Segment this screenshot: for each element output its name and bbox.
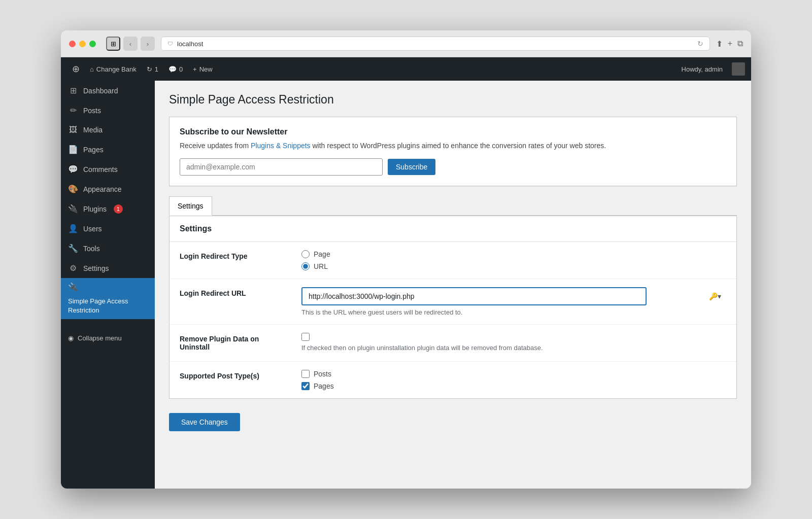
settings-heading: Settings	[170, 216, 736, 242]
sidebar-item-comments[interactable]: 💬 Comments	[61, 159, 155, 179]
dashboard-icon: ⊞	[68, 86, 78, 95]
radio-url-label: URL	[314, 262, 328, 270]
newsletter-desc-suffix: with respect to WordPress plugins aimed …	[311, 142, 606, 150]
save-changes-button[interactable]: Save Changes	[169, 413, 240, 431]
howdy-text: Howdy, admin	[676, 65, 728, 73]
back-button[interactable]: ‹	[123, 37, 138, 51]
table-row: Remove Plugin Data on Uninstall If check…	[170, 325, 736, 362]
newsletter-link[interactable]: Plugins & Snippets	[251, 142, 311, 150]
radio-url[interactable]	[301, 262, 310, 270]
collapse-icon: ◉	[68, 334, 74, 342]
sidebar-item-settings[interactable]: ⚙ Settings	[61, 258, 155, 278]
newsletter-card: Subscribe to our Newsletter Receive upda…	[169, 117, 737, 186]
minimize-button[interactable]	[79, 41, 86, 47]
url-bar[interactable]: 🛡 localhost ↻	[161, 37, 710, 51]
admin-bar-site[interactable]: ⌂ Change Bank	[85, 57, 142, 81]
redirect-url-help: This is the URL where guest users will b…	[301, 308, 726, 316]
traffic-lights	[69, 41, 96, 47]
checkbox-pages[interactable]	[301, 382, 310, 390]
browser-navigation: ⊞ ‹ ›	[106, 37, 155, 51]
post-types-checkbox-group: Posts Pages	[301, 370, 726, 390]
sidebar-item-pages[interactable]: 📄 Pages	[61, 140, 155, 159]
admin-bar: ⊕ ⌂ Change Bank ↻ 1 💬 0 + New Howdy, adm…	[61, 57, 751, 81]
admin-avatar[interactable]	[732, 62, 745, 76]
comments-menu-icon: 💬	[68, 164, 78, 174]
checkbox-posts[interactable]	[301, 370, 310, 378]
table-row: Login Redirect Type Page	[170, 242, 736, 279]
sidebar-label-appearance: Appearance	[83, 185, 122, 193]
table-row: Login Redirect URL 🔑▾ This is the URL wh…	[170, 279, 736, 325]
new-tab-icon[interactable]: +	[728, 39, 732, 48]
sidebar-label-media: Media	[83, 126, 103, 134]
newsletter-form: Subscribe	[180, 158, 726, 176]
sidebar-item-dashboard[interactable]: ⊞ Dashboard	[61, 81, 155, 100]
sidebar-item-posts[interactable]: ✏ Posts	[61, 100, 155, 120]
checkbox-pages-option[interactable]: Pages	[301, 382, 726, 390]
security-icon: 🛡	[167, 41, 173, 47]
redirect-url-input[interactable]	[301, 287, 647, 305]
collapse-menu[interactable]: ◉ Collapse menu	[61, 329, 155, 347]
close-button[interactable]	[69, 41, 76, 47]
settings-table: Login Redirect Type Page	[170, 242, 736, 398]
supported-post-types-control: Posts Pages	[291, 362, 736, 399]
remove-plugin-data-checkbox-option[interactable]	[301, 333, 726, 341]
sidebar-label-plugins: Plugins	[83, 205, 107, 213]
settings-section: Settings Settings Login Redirect Type	[169, 196, 737, 399]
pages-icon: 📄	[68, 145, 78, 154]
sidebar-label-settings: Settings	[83, 264, 109, 272]
sidebar-item-tools[interactable]: 🔧 Tools	[61, 238, 155, 258]
updates-count: 1	[155, 65, 158, 73]
radio-url-option[interactable]: URL	[301, 262, 726, 270]
sidebar-item-users[interactable]: 👤 Users	[61, 219, 155, 238]
tabs-bar: Settings	[169, 196, 737, 216]
radio-page-option[interactable]: Page	[301, 250, 726, 258]
home-icon: ⌂	[90, 65, 94, 73]
admin-bar-new[interactable]: + New	[188, 57, 218, 81]
forward-button[interactable]: ›	[141, 37, 155, 51]
maximize-button[interactable]	[89, 41, 96, 47]
tools-icon: 🔧	[68, 244, 78, 253]
tabs-icon[interactable]: ⧉	[737, 39, 743, 48]
sidebar-label-restriction: Simple Page Access Restriction	[68, 297, 148, 315]
newsletter-title: Subscribe to our Newsletter	[180, 127, 726, 136]
subscribe-button[interactable]: Subscribe	[388, 159, 435, 175]
wp-logo[interactable]: ⊕	[67, 63, 85, 75]
settings-icon: ⚙	[68, 263, 78, 273]
refresh-icon[interactable]: ↻	[697, 40, 703, 48]
collapse-label: Collapse menu	[78, 334, 122, 342]
users-icon: 👤	[68, 224, 78, 233]
sidebar-item-appearance[interactable]: 🎨 Appearance	[61, 179, 155, 199]
plugin-restriction-icon: 🔌	[68, 282, 78, 292]
save-section: Save Changes	[169, 409, 737, 431]
admin-bar-updates[interactable]: ↻ 1	[142, 57, 163, 81]
plus-icon: +	[193, 65, 197, 73]
table-row: Supported Post Type(s) Posts	[170, 362, 736, 399]
sidebar-toggle-button[interactable]: ⊞	[106, 37, 120, 51]
sidebar-item-media[interactable]: 🖼 Media	[61, 120, 155, 140]
checkbox-posts-option[interactable]: Posts	[301, 370, 726, 378]
sidebar-label-dashboard: Dashboard	[83, 87, 118, 95]
sidebar-item-simple-page-access-restriction[interactable]: 🔌 Simple Page Access Restriction	[61, 278, 155, 319]
appearance-icon: 🎨	[68, 184, 78, 194]
email-input[interactable]	[180, 158, 383, 176]
url-input-wrapper: 🔑▾	[301, 287, 726, 305]
settings-card: Settings Login Redirect Type	[169, 216, 737, 399]
remove-plugin-data-checkbox[interactable]	[301, 333, 310, 341]
login-redirect-url-control: 🔑▾ This is the URL where guest users wil…	[291, 279, 736, 325]
newsletter-description: Receive updates from Plugins & Snippets …	[180, 141, 726, 151]
admin-bar-comments[interactable]: 💬 0	[163, 57, 188, 81]
admin-bar-right: Howdy, admin	[676, 62, 745, 76]
sidebar-label-posts: Posts	[83, 107, 101, 115]
checkbox-pages-label: Pages	[314, 382, 334, 390]
sidebar: ⊞ Dashboard ✏ Posts 🖼 Media 📄 Pages 💬	[61, 81, 155, 489]
radio-page-label: Page	[314, 250, 330, 258]
sidebar-label-tools: Tools	[83, 245, 100, 253]
login-redirect-type-control: Page URL	[291, 242, 736, 279]
sidebar-item-plugins[interactable]: 🔌 Plugins 1	[61, 199, 155, 219]
share-icon[interactable]: ⬆	[716, 39, 723, 49]
tab-settings[interactable]: Settings	[169, 196, 212, 216]
redirect-type-radio-group: Page URL	[301, 250, 726, 270]
login-redirect-url-label: Login Redirect URL	[170, 279, 291, 325]
remove-plugin-data-label: Remove Plugin Data on Uninstall	[170, 325, 291, 362]
radio-page[interactable]	[301, 250, 310, 258]
